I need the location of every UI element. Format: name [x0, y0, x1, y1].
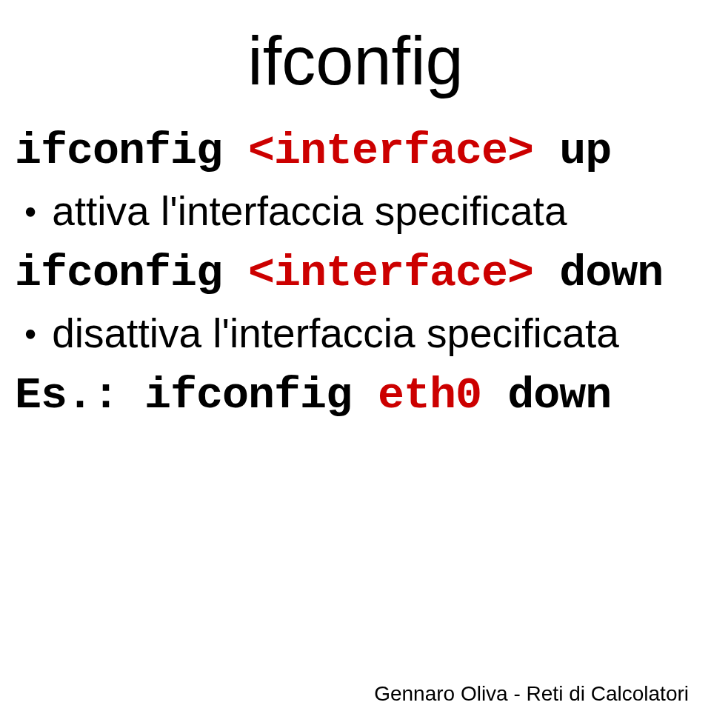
command-line-2: ifconfig <interface> down — [15, 248, 696, 298]
slide-title: ifconfig — [15, 22, 696, 100]
bullet-line-2: • disattiva l'interfaccia specificata — [24, 310, 696, 357]
cmd-text: down — [533, 248, 663, 298]
cmd-text: ifconfig — [15, 248, 248, 298]
bullet-line-1: • attiva l'interfaccia specificata — [24, 187, 696, 235]
cmd-placeholder: <interface> — [248, 126, 533, 176]
bullet-text: disattiva l'interfaccia specificata — [52, 310, 619, 357]
slide-footer: Gennaro Oliva - Reti di Calcolatori — [374, 682, 689, 706]
cmd-placeholder: <interface> — [248, 248, 533, 298]
cmd-text: ifconfig — [15, 126, 248, 176]
example-line: Es.: ifconfig eth0 down — [15, 370, 696, 421]
bullet-icon: • — [24, 193, 37, 232]
cmd-text: up — [533, 126, 611, 176]
bullet-icon: • — [24, 315, 37, 354]
cmd-text: Es.: ifconfig — [15, 370, 378, 421]
cmd-value: eth0 — [378, 370, 481, 421]
cmd-text: down — [481, 370, 611, 421]
command-line-1: ifconfig <interface> up — [15, 126, 696, 176]
bullet-text: attiva l'interfaccia specificata — [52, 187, 567, 235]
